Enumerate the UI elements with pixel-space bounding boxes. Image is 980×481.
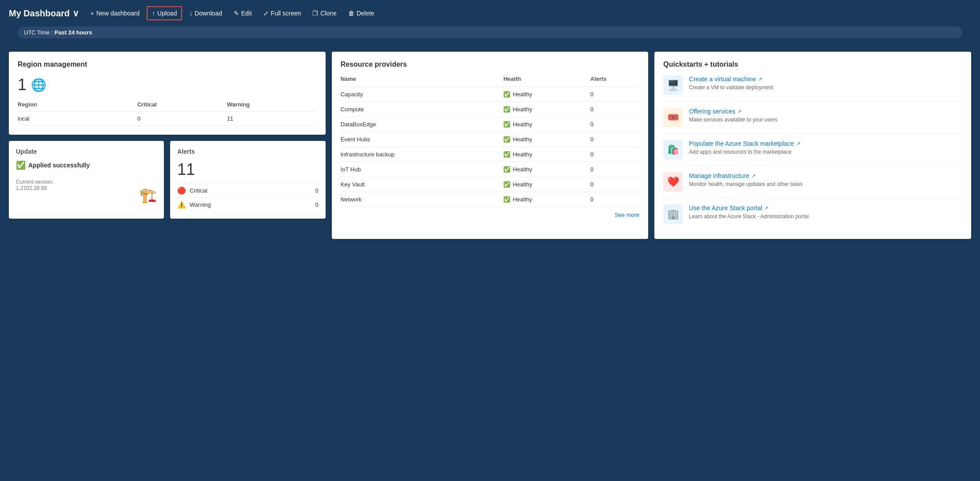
qs-desc-marketplace: Add apps and resources to the marketplac…: [689, 149, 800, 155]
upload-label: Upload: [157, 10, 177, 17]
see-more-link[interactable]: See more: [341, 212, 640, 218]
rp-table-row[interactable]: Capacity ✅ Healthy 0: [341, 87, 640, 102]
quickstart-item-azure-portal[interactable]: 🏢 Use the Azure Stack portal ↗ Learn abo…: [663, 198, 962, 230]
upload-button[interactable]: ↑ Upload: [147, 6, 182, 20]
critical-alert-row: 🔴 Critical 0: [177, 183, 318, 197]
resource-providers-card: Resource providers Name Health Alerts Ca…: [332, 52, 649, 239]
rp-table-row[interactable]: Compute ✅ Healthy 0: [341, 102, 640, 117]
chevron-down-icon[interactable]: ∨: [72, 8, 79, 19]
delete-label: Delete: [357, 10, 374, 17]
warning-label: Warning: [190, 201, 211, 208]
region-warning: 11: [227, 112, 317, 126]
version-label: Current version:: [16, 179, 53, 185]
bottom-row: Update ✅ Applied successfully Current ve…: [9, 141, 326, 219]
health-check-icon: ✅: [503, 166, 510, 173]
rp-alerts-count: 0: [590, 117, 639, 132]
qs-desc-manage-infra: Monitor health, manage updates and other…: [689, 181, 803, 187]
critical-count: 0: [315, 187, 318, 194]
clone-button[interactable]: ❐ Clone: [308, 7, 341, 19]
rp-table-row[interactable]: DataBoxEdge ✅ Healthy 0: [341, 117, 640, 132]
warning-count: 0: [315, 201, 318, 208]
qs-content-manage-infra: Manage infrastructure ↗ Monitor health, …: [689, 172, 803, 187]
rp-alerts-count: 0: [590, 102, 639, 117]
rp-name: IoT Hub: [341, 162, 504, 177]
critical-label: Critical: [190, 187, 207, 194]
server-icon: 🏗️: [139, 187, 157, 204]
resource-providers-title: Resource providers: [341, 61, 640, 68]
health-check-icon: ✅: [503, 106, 510, 113]
health-text: Healthy: [513, 166, 532, 173]
delete-button[interactable]: 🗑 Delete: [344, 7, 379, 19]
rp-alerts-count: 0: [590, 132, 639, 147]
globe-icon: 🌐: [31, 78, 46, 92]
health-check-icon: ✅: [503, 151, 510, 158]
quickstarts-card: Quickstarts + tutorials 🖥️ Create a virt…: [654, 52, 971, 239]
plus-icon: +: [91, 10, 94, 17]
health-check-icon: ✅: [503, 196, 510, 203]
rp-table-row[interactable]: Network ✅ Healthy 0: [341, 192, 640, 207]
qs-icon-azure-portal: 🏢: [663, 205, 683, 224]
new-dashboard-button[interactable]: + New dashboard: [86, 7, 144, 19]
rp-table-row[interactable]: Key Vault ✅ Healthy 0: [341, 177, 640, 192]
rp-alerts-count: 0: [590, 147, 639, 162]
quickstart-item-offering-services[interactable]: 🎟️ Offering services ↗ Make services ava…: [663, 102, 962, 134]
resource-providers-table: Name Health Alerts Capacity ✅ Healthy 0 …: [341, 76, 640, 207]
qs-content-create-vm: Create a virtual machine ↗ Create a VM t…: [689, 76, 773, 91]
rp-health: ✅ Healthy: [503, 162, 590, 177]
external-link-icon: ↗: [737, 109, 741, 114]
health-text: Healthy: [513, 91, 532, 98]
quickstart-item-marketplace[interactable]: 🛍️ Populate the Azure Stack marketplace …: [663, 134, 962, 166]
qs-title-text-create-vm: Create a virtual machine: [689, 76, 756, 83]
qs-icon-offering-services: 🎟️: [663, 108, 683, 127]
qs-desc-azure-portal: Learn about the Azure Stack - Administra…: [689, 213, 809, 220]
warning-alert-row: ⚠️ Warning 0: [177, 197, 318, 212]
rp-table-row[interactable]: Infrastructure backup ✅ Healthy 0: [341, 147, 640, 162]
clone-label: Clone: [320, 10, 337, 17]
rp-health: ✅ Healthy: [503, 132, 590, 147]
fullscreen-label: Full screen: [271, 10, 301, 17]
qs-content-azure-portal: Use the Azure Stack portal ↗ Learn about…: [689, 205, 809, 220]
new-dashboard-label: New dashboard: [96, 10, 140, 17]
health-check-icon: ✅: [503, 181, 510, 188]
quickstart-item-create-vm[interactable]: 🖥️ Create a virtual machine ↗ Create a V…: [663, 76, 962, 102]
rp-name: Key Vault: [341, 177, 504, 192]
left-column: Region management 1 🌐 Region Critical Wa…: [9, 52, 326, 239]
region-table-row[interactable]: local 0 11: [18, 112, 317, 126]
fullscreen-icon: ⤢: [263, 10, 269, 17]
health-text: Healthy: [513, 181, 532, 188]
edit-icon: ✎: [234, 10, 239, 17]
download-button[interactable]: ↓ Download: [185, 7, 226, 19]
quickstarts-title: Quickstarts + tutorials: [663, 61, 962, 68]
region-critical: 0: [137, 112, 227, 126]
rp-table-row[interactable]: IoT Hub ✅ Healthy 0: [341, 162, 640, 177]
qs-title-azure-portal: Use the Azure Stack portal ↗: [689, 205, 809, 212]
qs-title-text-offering-services: Offering services: [689, 108, 735, 115]
qs-title-create-vm: Create a virtual machine ↗: [689, 76, 773, 83]
alert-count: 11: [177, 160, 318, 179]
qs-title-manage-infra: Manage infrastructure ↗: [689, 172, 803, 179]
health-text: Healthy: [513, 136, 532, 143]
health-text: Healthy: [513, 196, 532, 203]
update-title: Update: [16, 148, 157, 155]
quickstart-item-manage-infra[interactable]: ❤️ Manage infrastructure ↗ Monitor healt…: [663, 166, 962, 198]
external-link-icon: ↗: [752, 173, 756, 179]
health-check-icon: ✅: [503, 91, 510, 98]
edit-button[interactable]: ✎ Edit: [229, 7, 256, 19]
region-name: local: [18, 112, 137, 126]
rp-table-row[interactable]: Event Hubs ✅ Healthy 0: [341, 132, 640, 147]
edit-label: Edit: [241, 10, 252, 17]
qs-desc-offering-services: Make services available to your users: [689, 117, 777, 123]
health-text: Healthy: [513, 121, 532, 128]
rp-health-header: Health: [503, 76, 590, 87]
top-bar: My Dashboard ∨ + New dashboard ↑ Upload …: [0, 0, 980, 27]
health-check-icon: ✅: [503, 121, 510, 128]
rp-alerts-count: 0: [590, 162, 639, 177]
delete-icon: 🗑: [348, 10, 354, 17]
dashboard-title: My Dashboard ∨: [9, 8, 79, 19]
fullscreen-button[interactable]: ⤢ Full screen: [259, 7, 305, 19]
alerts-card: Alerts 11 🔴 Critical 0 ⚠️ Warning 0: [170, 141, 325, 219]
title-text: My Dashboard: [9, 8, 70, 19]
download-icon: ↓: [189, 10, 192, 17]
region-table: Region Critical Warning local 0 11: [18, 101, 317, 126]
region-management-title: Region management: [18, 61, 317, 68]
